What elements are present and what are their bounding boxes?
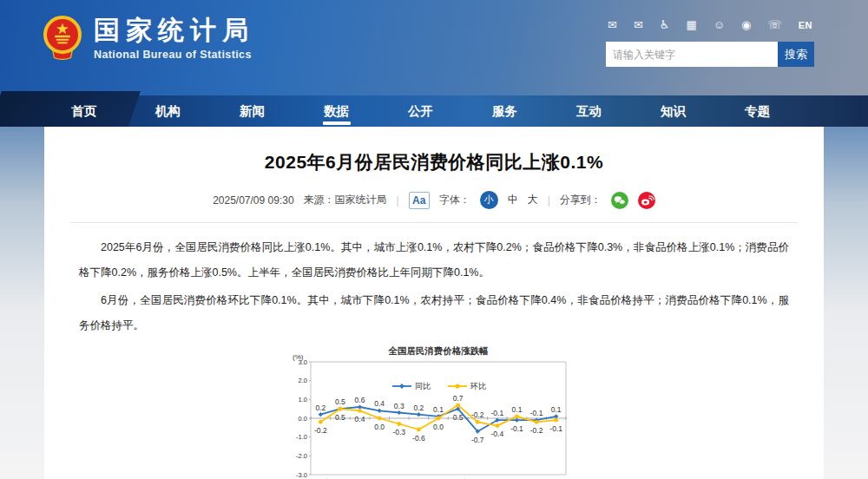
nav-item-label: 新闻 — [240, 103, 265, 120]
share-label: 分享到： — [560, 193, 602, 207]
accessibility-icon[interactable]: ♿ — [660, 19, 670, 31]
svg-text:-0.6: -0.6 — [412, 433, 425, 442]
nav-item-label: 首页 — [71, 103, 96, 120]
article-body: 2025年6月份，全国居民消费价格同比上涨0.1%。其中，城市上涨0.1%，农村… — [44, 223, 824, 339]
article-source: 来源：国家统计局 — [304, 193, 387, 207]
search-button[interactable]: 搜索 — [778, 42, 814, 67]
svg-text:-0.3: -0.3 — [392, 428, 405, 436]
site-header: 国家统计局 National Bureau of Statistics ✉✉♿▦… — [0, 0, 868, 95]
meta-separator: | — [397, 194, 399, 207]
svg-text:全国居民消费价格涨跌幅: 全国居民消费价格涨跌幅 — [388, 345, 489, 356]
cpi-chart: 全国居民消费价格涨跌幅(%)3.02.01.00.0-1.0-2.0-3.0同比… — [290, 344, 578, 479]
nav-item-data[interactable]: 数据 — [294, 95, 378, 127]
weibo-share-icon — [638, 192, 655, 209]
active-tab-underline — [323, 121, 351, 125]
nav-item-label: 机构 — [155, 103, 181, 120]
svg-text:环比: 环比 — [470, 382, 486, 390]
search-bar: 搜索 — [606, 42, 814, 67]
mail-icon[interactable]: ✉ — [608, 19, 617, 31]
svg-text:2.0: 2.0 — [299, 377, 307, 384]
page: 国家统计局 National Bureau of Statistics ✉✉♿▦… — [0, 0, 868, 479]
main-nav: 首页机构新闻数据公开服务互动知识专题 — [0, 95, 868, 127]
quick-links: ✉✉♿▦☺◉☏ EN — [606, 19, 814, 31]
svg-text:-0.2: -0.2 — [530, 425, 543, 434]
font-sample-button[interactable]: Aa — [409, 192, 430, 209]
nav-item-label: 公开 — [408, 103, 433, 120]
svg-text:同比: 同比 — [415, 382, 431, 390]
device-icon[interactable]: ▦ — [686, 19, 696, 31]
weibo-icon[interactable]: ◉ — [741, 19, 751, 31]
font-large-button[interactable]: 大 — [528, 193, 538, 207]
national-emblem-icon — [42, 14, 83, 62]
svg-text:0.0: 0.0 — [299, 414, 307, 422]
site-logo[interactable]: 国家统计局 National Bureau of Statistics — [42, 14, 254, 62]
nav-item-news[interactable]: 新闻 — [210, 95, 294, 127]
svg-text:-0.1: -0.1 — [491, 409, 504, 417]
article-panel: 2025年6月份居民消费价格同比上涨0.1% 2025/07/09 09:30 … — [44, 127, 824, 479]
robot-icon[interactable]: ☺ — [713, 19, 725, 31]
svg-text:3.0: 3.0 — [299, 358, 307, 365]
nav-item-label: 数据 — [324, 103, 349, 120]
article-meta: 2025/07/09 09:30 来源：国家统计局 | Aa 字体： 小 中 大… — [44, 191, 824, 209]
nav-item-label: 专题 — [745, 103, 770, 120]
nav-item-label: 知识 — [661, 103, 686, 120]
svg-text:-0.1: -0.1 — [510, 423, 523, 432]
svg-text:-0.1: -0.1 — [549, 423, 562, 432]
svg-text:0.0: 0.0 — [374, 422, 385, 430]
article-title: 2025年6月份居民消费价格同比上涨0.1% — [44, 150, 824, 174]
nav-item-label: 服务 — [492, 103, 517, 120]
svg-text:0.5: 0.5 — [453, 412, 464, 421]
nav-item-label: 互动 — [576, 103, 602, 120]
page-background: 2025年6月份居民消费价格同比上涨0.1% 2025/07/09 09:30 … — [0, 127, 868, 479]
svg-text:0.1: 0.1 — [551, 404, 562, 413]
svg-text:0.2: 0.2 — [413, 403, 424, 411]
svg-text:0.2: 0.2 — [315, 403, 326, 411]
svg-text:-2.0: -2.0 — [296, 452, 307, 460]
svg-text:0.5: 0.5 — [335, 412, 345, 421]
font-small-button[interactable]: 小 — [480, 191, 498, 209]
svg-text:-0.7: -0.7 — [471, 435, 484, 443]
paragraph: 6月份，全国居民消费价格环比下降0.1%。其中，城市下降0.1%，农村持平；食品… — [79, 288, 789, 339]
svg-text:0.3: 0.3 — [394, 401, 404, 410]
mail-subscribe-icon[interactable]: ✉ — [634, 19, 643, 31]
nav-item-org[interactable]: 机构 — [126, 95, 210, 127]
nav-item-open[interactable]: 公开 — [378, 95, 463, 127]
svg-text:-1.0: -1.0 — [296, 433, 307, 441]
svg-text:0.4: 0.4 — [355, 414, 365, 423]
site-subtitle: National Bureau of Statistics — [94, 49, 254, 61]
nav-item-interact[interactable]: 互动 — [547, 95, 631, 127]
wechat-share-icon — [611, 192, 628, 209]
svg-text:0.6: 0.6 — [355, 396, 365, 404]
nav-item-service[interactable]: 服务 — [463, 95, 547, 127]
english-link[interactable]: EN — [799, 20, 812, 30]
svg-text:0.0: 0.0 — [433, 422, 444, 430]
svg-text:0.4: 0.4 — [374, 399, 385, 408]
svg-text:0.1: 0.1 — [512, 404, 523, 413]
font-medium-button[interactable]: 中 — [508, 193, 518, 207]
svg-text:-0.2: -0.2 — [471, 410, 484, 419]
svg-text:-0.1: -0.1 — [530, 409, 543, 417]
publish-date: 2025/07/09 09:30 — [213, 194, 293, 207]
share-wechat-button[interactable] — [611, 192, 628, 209]
nav-item-special[interactable]: 专题 — [715, 95, 799, 127]
paragraph: 2025年6月份，全国居民消费价格同比上涨0.1%。其中，城市上涨0.1%，农村… — [79, 235, 789, 286]
svg-text:-0.2: -0.2 — [314, 425, 327, 434]
svg-text:0.5: 0.5 — [335, 397, 345, 406]
nav-item-home[interactable]: 首页 — [42, 95, 126, 127]
font-label: 字体： — [439, 193, 470, 207]
share-weibo-button[interactable] — [638, 192, 655, 209]
meta-separator: | — [548, 194, 550, 207]
nav-item-knowledge[interactable]: 知识 — [631, 95, 715, 127]
header-tools: ✉✉♿▦☺◉☏ EN 搜索 — [606, 19, 814, 67]
site-title: 国家统计局 — [94, 16, 254, 45]
svg-text:1.0: 1.0 — [299, 396, 307, 404]
svg-text:-3.0: -3.0 — [296, 470, 307, 478]
svg-text:-0.4: -0.4 — [491, 430, 504, 438]
svg-text:0.7: 0.7 — [453, 393, 464, 402]
search-input[interactable] — [606, 42, 778, 67]
wechat-icon[interactable]: ☏ — [767, 19, 781, 31]
svg-text:0.1: 0.1 — [433, 404, 444, 413]
